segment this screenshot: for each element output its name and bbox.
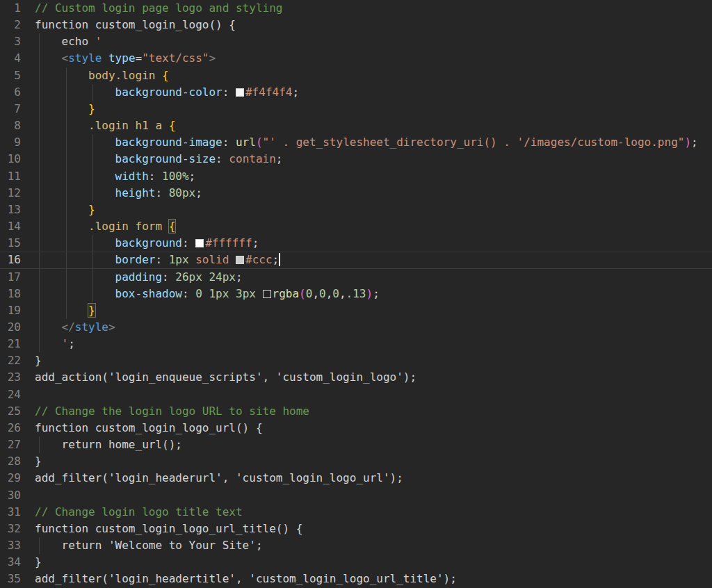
code-line[interactable]: 21'; [0, 336, 712, 352]
code-line[interactable]: 30 [0, 487, 712, 504]
color-swatch[interactable] [195, 239, 204, 247]
code-line-content[interactable]: add_filter('login_headertitle', 'custom_… [35, 571, 712, 587]
code-line[interactable]: 10background-size: contain; [0, 151, 712, 168]
color-swatch[interactable] [236, 256, 244, 264]
code-line-content[interactable]: return home_url(); [35, 436, 712, 453]
code-line-content[interactable] [35, 487, 712, 504]
line-number[interactable]: 2 [0, 17, 35, 33]
code-line[interactable]: 31// Change login logo title text [0, 504, 712, 521]
line-number[interactable]: 30 [0, 487, 35, 504]
code-line[interactable]: 34} [0, 554, 712, 571]
code-line[interactable]: 3echo ' [0, 33, 712, 50]
code-line[interactable]: 13} [0, 202, 712, 218]
code-line-content[interactable]: function custom_login_logo() { [35, 17, 712, 33]
code-line-content[interactable]: '; [35, 336, 712, 352]
code-line[interactable]: 12height: 80px; [0, 185, 712, 202]
code-line-content[interactable]: <style type="text/css"> [35, 50, 712, 67]
code-line-content[interactable]: // Change login logo title text [35, 504, 712, 521]
line-number[interactable]: 35 [0, 571, 35, 587]
code-line[interactable]: 32function custom_login_logo_url_title()… [0, 521, 712, 537]
code-line[interactable]: 28} [0, 453, 712, 470]
line-number[interactable]: 24 [0, 386, 35, 403]
line-number[interactable]: 28 [0, 453, 35, 470]
code-line[interactable]: 15background: #ffffff; [0, 235, 712, 252]
color-swatch[interactable] [236, 88, 244, 97]
code-line[interactable]: 4<style type="text/css"> [0, 50, 712, 67]
code-line-content[interactable]: add_filter('login_headerurl', 'custom_lo… [35, 470, 712, 487]
code-line[interactable]: 18box-shadow: 0 1px 3px rgba(0,0,0,.13); [0, 286, 712, 302]
line-number[interactable]: 20 [0, 319, 35, 336]
line-number[interactable]: 13 [0, 202, 35, 218]
code-line-content[interactable]: box-shadow: 0 1px 3px rgba(0,0,0,.13); [35, 286, 712, 302]
code-line-content[interactable]: padding: 26px 24px; [35, 269, 712, 286]
code-line[interactable]: 9background-image: url("' . get_styleshe… [0, 134, 712, 151]
line-number[interactable]: 4 [0, 50, 35, 67]
line-number[interactable]: 17 [0, 269, 35, 286]
line-number[interactable]: 19 [0, 302, 35, 319]
code-line-content[interactable]: // Custom login page logo and styling [35, 0, 712, 17]
code-line[interactable]: 19} [0, 302, 712, 319]
code-line-content[interactable]: </style> [35, 319, 712, 336]
line-number[interactable]: 1 [0, 0, 35, 17]
line-number[interactable]: 9 [0, 134, 35, 151]
line-number[interactable]: 21 [0, 336, 35, 352]
code-line-content[interactable]: .login form { [35, 218, 712, 235]
code-line[interactable]: 6background-color: #f4f4f4; [0, 84, 712, 101]
line-number[interactable]: 15 [0, 235, 35, 252]
code-line[interactable]: 24 [0, 386, 712, 403]
code-line-content[interactable]: background-image: url("' . get_styleshee… [35, 134, 712, 151]
code-line-content[interactable]: // Change the login logo URL to site hom… [35, 403, 712, 420]
code-line-content[interactable]: } [35, 554, 712, 571]
code-line[interactable]: 2function custom_login_logo() { [0, 17, 712, 33]
code-line-content[interactable]: .login h1 a { [35, 117, 712, 134]
code-line[interactable]: 7} [0, 101, 712, 117]
line-number[interactable]: 5 [0, 67, 35, 84]
code-lines[interactable]: 1// Custom login page logo and styling2f… [0, 0, 712, 587]
line-number[interactable]: 33 [0, 537, 35, 554]
line-number[interactable]: 27 [0, 436, 35, 453]
line-number[interactable]: 31 [0, 504, 35, 521]
code-line[interactable]: 35add_filter('login_headertitle', 'custo… [0, 571, 712, 587]
line-number[interactable]: 34 [0, 554, 35, 571]
code-line[interactable]: 25// Change the login logo URL to site h… [0, 403, 712, 420]
line-number[interactable]: 25 [0, 403, 35, 420]
code-line[interactable]: 16border: 1px solid #ccc; [0, 252, 712, 268]
code-line[interactable]: 17padding: 26px 24px; [0, 269, 712, 286]
line-number[interactable]: 3 [0, 33, 35, 50]
code-line-content[interactable]: } [35, 352, 712, 369]
code-line[interactable]: 8.login h1 a { [0, 117, 712, 134]
line-number[interactable]: 11 [0, 168, 35, 185]
line-number[interactable]: 16 [0, 252, 35, 268]
line-number[interactable]: 10 [0, 151, 35, 168]
line-number[interactable]: 8 [0, 117, 35, 134]
code-line[interactable]: 11width: 100%; [0, 168, 712, 185]
line-number[interactable]: 7 [0, 101, 35, 117]
line-number[interactable]: 12 [0, 185, 35, 202]
code-line[interactable]: 1// Custom login page logo and styling [0, 0, 712, 17]
code-line-content[interactable]: background-size: contain; [35, 151, 712, 168]
line-number[interactable]: 32 [0, 521, 35, 537]
code-line[interactable]: 27return home_url(); [0, 436, 712, 453]
code-line[interactable]: 29add_filter('login_headerurl', 'custom_… [0, 470, 712, 487]
code-line[interactable]: 22} [0, 352, 712, 369]
color-swatch[interactable] [263, 290, 271, 298]
code-line[interactable]: 23add_action('login_enqueue_scripts', 'c… [0, 369, 712, 386]
code-line-content[interactable]: add_action('login_enqueue_scripts', 'cus… [35, 369, 712, 386]
line-number[interactable]: 22 [0, 352, 35, 369]
code-line-content[interactable]: function custom_login_logo_url() { [35, 420, 712, 436]
code-line-content[interactable]: background: #ffffff; [35, 235, 712, 252]
code-line[interactable]: 20</style> [0, 319, 712, 336]
code-line[interactable]: 5body.login { [0, 67, 712, 84]
code-line-content[interactable]: } [35, 302, 712, 319]
code-line-content[interactable]: } [35, 101, 712, 117]
code-line-content[interactable]: return 'Welcome to Your Site'; [35, 537, 712, 554]
line-number[interactable]: 26 [0, 420, 35, 436]
code-line-content[interactable] [35, 386, 712, 403]
code-line-content[interactable]: } [35, 202, 712, 218]
code-line-content[interactable]: border: 1px solid #ccc; [35, 252, 712, 268]
code-line-content[interactable]: function custom_login_logo_url_title() { [35, 521, 712, 537]
code-line[interactable]: 14.login form { [0, 218, 712, 235]
code-line[interactable]: 33return 'Welcome to Your Site'; [0, 537, 712, 554]
code-line-content[interactable]: } [35, 453, 712, 470]
line-number[interactable]: 18 [0, 286, 35, 302]
